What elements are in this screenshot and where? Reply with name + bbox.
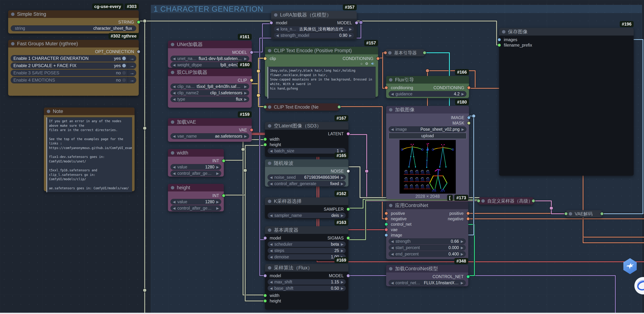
output-socket[interactable] bbox=[137, 20, 140, 24]
node-basic-guider[interactable]: 基本引导器 bbox=[385, 49, 425, 56]
group-toggle-enable-4-emotions[interactable]: Enable 4 EMOTIONS no → bbox=[11, 77, 136, 84]
increment-arrow-icon[interactable]: ▶ bbox=[341, 248, 344, 253]
input-socket[interactable] bbox=[263, 294, 267, 297]
node-title-bar[interactable]: 随机噪波 bbox=[265, 159, 348, 167]
increment-arrow-icon[interactable]: ▶ bbox=[461, 281, 463, 285]
group-toggle-enable-3-save-poses[interactable]: Enable 3 SAVE POSES no → bbox=[11, 70, 136, 76]
text-widget[interactable]: 1boy,solo,jewelry,black hair,long hair,h… bbox=[268, 67, 376, 98]
decrement-arrow-icon[interactable]: ◀ bbox=[391, 281, 394, 285]
increment-arrow-icon[interactable]: ▶ bbox=[244, 134, 247, 138]
node-model-sampling-flux[interactable]: 采样算法（Flux）modelMODEL◀max_shift1.15▶◀base… bbox=[265, 264, 348, 310]
increment-arrow-icon[interactable]: ▶ bbox=[349, 27, 352, 31]
input-socket[interactable] bbox=[498, 43, 501, 47]
input-socket[interactable] bbox=[263, 57, 267, 60]
increment-arrow-icon[interactable]: ▶ bbox=[461, 92, 464, 96]
node-title-bar[interactable]: width bbox=[168, 149, 224, 157]
node-title-bar[interactable]: Simple String bbox=[8, 10, 139, 18]
widget-max_shift[interactable]: ◀max_shift1.15▶ bbox=[268, 279, 346, 285]
increment-arrow-icon[interactable]: ▶ bbox=[244, 56, 247, 61]
widget-steps[interactable]: ◀steps25▶ bbox=[268, 248, 346, 254]
output-socket[interactable] bbox=[423, 51, 426, 54]
decrement-arrow-icon[interactable]: ◀ bbox=[391, 252, 394, 256]
text-widget[interactable]: If you get an error in any of the nodes … bbox=[46, 117, 132, 192]
collapse-dot-icon[interactable] bbox=[389, 267, 392, 270]
decrement-arrow-icon[interactable]: ◀ bbox=[173, 206, 176, 210]
output-socket[interactable] bbox=[222, 194, 226, 198]
widget-denoise[interactable]: ◀denoise1.00▶ bbox=[268, 254, 346, 260]
collapse-dot-icon[interactable] bbox=[268, 124, 271, 128]
group-toggle-enable-1-character-generation[interactable]: Enable 1 CHARACTER GENERATION yes → bbox=[11, 55, 136, 62]
increment-arrow-icon[interactable]: ▶ bbox=[341, 175, 344, 180]
input-socket[interactable] bbox=[263, 236, 267, 240]
widget-strength_model[interactable]: ◀strength_model0.90▶ bbox=[274, 32, 354, 38]
increment-arrow-icon[interactable]: ▶ bbox=[244, 97, 247, 101]
widget-guidance[interactable]: ◀guidance4.2▶ bbox=[389, 91, 466, 97]
increment-arrow-icon[interactable]: ▶ bbox=[216, 171, 219, 176]
speaker-icon[interactable] bbox=[371, 62, 375, 66]
widget-scheduler[interactable]: ◀schedulerbeta▶ bbox=[268, 241, 346, 247]
decrement-arrow-icon[interactable]: ◀ bbox=[270, 242, 272, 246]
widget-unet_name[interactable]: ◀unet_nameflux1-dev-fp8.safetensors▶ bbox=[170, 56, 249, 62]
reroute-dot[interactable] bbox=[365, 169, 368, 173]
input-socket[interactable] bbox=[384, 212, 388, 215]
node-load-vae[interactable]: 加载VAEVAE◀vae_nameae.safetensors▶ bbox=[168, 118, 252, 142]
node-title-bar[interactable]: Note bbox=[44, 108, 134, 115]
toggle-knob[interactable] bbox=[122, 56, 126, 60]
collapse-dot-icon[interactable] bbox=[171, 186, 174, 190]
node-title-bar[interactable]: 双CLIP加载器 bbox=[168, 68, 252, 76]
jump-arrow-icon[interactable]: → bbox=[128, 70, 136, 76]
widget-strength[interactable]: ◀strength0.66▶ bbox=[389, 238, 466, 244]
reroute-dot[interactable] bbox=[143, 288, 146, 292]
collapse-dot-icon[interactable] bbox=[569, 212, 572, 216]
output-socket[interactable] bbox=[467, 86, 470, 90]
widget-sampler_name[interactable]: ◀sampler_namedeis▶ bbox=[268, 212, 346, 218]
widget-type[interactable]: ◀typeflux▶ bbox=[170, 96, 249, 102]
decrement-arrow-icon[interactable]: ◀ bbox=[270, 182, 272, 186]
increment-arrow-icon[interactable]: ▶ bbox=[244, 91, 247, 95]
widget-control_net_name[interactable]: ◀control_net_nameFLUX.1/InstantX-FLU…▶ bbox=[389, 280, 466, 286]
widget-lora_name[interactable]: ◀lora_name古风侠侣_没有雕的古代情侣…▶ bbox=[274, 26, 354, 32]
output-socket[interactable] bbox=[250, 78, 253, 82]
output-socket[interactable] bbox=[600, 212, 604, 216]
increment-arrow-icon[interactable]: ▶ bbox=[461, 239, 463, 244]
reroute-dot[interactable] bbox=[143, 126, 146, 130]
widget-weight_dtype[interactable]: ◀weight_dtypefp8_e4m3fn▶ bbox=[170, 62, 249, 68]
decrement-arrow-icon[interactable]: ◀ bbox=[173, 171, 176, 176]
output-socket[interactable] bbox=[346, 236, 350, 240]
node-title-bar[interactable]: 基本调度器 bbox=[265, 226, 348, 234]
reroute-dot[interactable] bbox=[472, 114, 476, 118]
node-clip-text-encode-negative[interactable]: CLIP Text Encode (Ne bbox=[265, 103, 339, 110]
input-socket[interactable] bbox=[263, 143, 267, 146]
decrement-arrow-icon[interactable]: ◀ bbox=[391, 92, 394, 96]
group-toggle-enable-2-upscale-face-fix[interactable]: Enable 2 UPSCALE + FACE FIX yes → bbox=[11, 62, 136, 69]
collapse-dot-icon[interactable] bbox=[47, 110, 50, 113]
increment-arrow-icon[interactable]: ▶ bbox=[244, 84, 247, 89]
node-dual-clip-loader[interactable]: 双CLIP加载器CLIP◀clip_name1t5xxl_fp8_e4m3fn.… bbox=[168, 68, 252, 108]
toggle-knob[interactable] bbox=[122, 64, 126, 68]
collapse-dot-icon[interactable] bbox=[502, 30, 506, 34]
increment-arrow-icon[interactable]: ▶ bbox=[461, 252, 463, 256]
input-socket[interactable] bbox=[564, 212, 568, 216]
node-title-bar[interactable]: Flux引导 bbox=[386, 76, 469, 84]
collapse-dot-icon[interactable] bbox=[389, 108, 392, 112]
node-save-image[interactable]: 保存图像imagesfilename_prefix bbox=[499, 28, 634, 176]
collapse-dot-icon[interactable] bbox=[268, 266, 271, 270]
input-socket[interactable] bbox=[384, 228, 388, 232]
decrement-arrow-icon[interactable]: ◀ bbox=[173, 200, 176, 204]
node-load-image[interactable]: 加载图像IMAGEMASK◀imagePose_sheet_v02.png▶up… bbox=[386, 106, 469, 199]
decrement-arrow-icon[interactable]: ◀ bbox=[270, 214, 272, 218]
node-fast-groups-muter[interactable]: Fast Groups Muter (rgthree)OPT_CONNECTIO… bbox=[8, 40, 139, 96]
output-socket[interactable] bbox=[376, 57, 380, 60]
decrement-arrow-icon[interactable]: ◀ bbox=[173, 63, 176, 67]
widget-value[interactable]: ◀value1280▶ bbox=[170, 164, 221, 170]
input-socket[interactable] bbox=[477, 199, 480, 203]
reroute-dot[interactable] bbox=[256, 94, 260, 97]
reroute-dot[interactable] bbox=[244, 168, 247, 172]
input-socket[interactable] bbox=[263, 274, 267, 278]
collapse-dot-icon[interactable] bbox=[389, 204, 392, 207]
decrement-arrow-icon[interactable]: ◀ bbox=[270, 280, 272, 284]
output-socket[interactable] bbox=[250, 50, 253, 54]
increment-arrow-icon[interactable]: ▶ bbox=[216, 200, 219, 204]
widget-image[interactable]: ◀imagePose_sheet_v02.png▶ bbox=[389, 126, 466, 132]
widget-value[interactable]: ◀value1280▶ bbox=[170, 199, 221, 205]
